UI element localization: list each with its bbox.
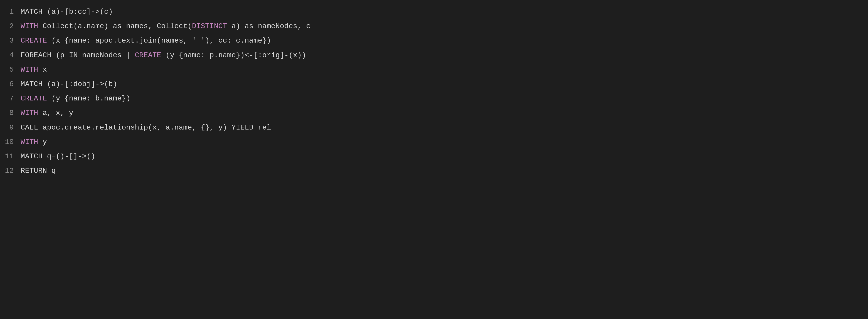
code-line: 1MATCH (a)-[b:cc]->(c)	[2, 5, 866, 19]
line-content: CREATE (x {name: apoc.text.join(names, '…	[21, 35, 271, 47]
line-number: 10	[2, 136, 21, 148]
code-token: CALL apoc.create.relationship(x, a.name,…	[21, 123, 271, 132]
code-line: 6MATCH (a)-[:dobj]->(b)	[2, 77, 866, 91]
code-line: 3CREATE (x {name: apoc.text.join(names, …	[2, 33, 866, 48]
code-token: WITH	[21, 65, 38, 74]
code-token: WITH	[21, 22, 38, 30]
line-number: 9	[2, 122, 21, 134]
code-token: as	[245, 22, 253, 30]
line-content: CALL apoc.create.relationship(x, a.name,…	[21, 122, 271, 134]
line-number: 6	[2, 78, 21, 90]
code-token: (a)-[:dobj]->(b)	[42, 80, 117, 88]
code-token: Collect(a.name)	[38, 22, 113, 30]
code-token: MATCH (a)-[b:cc]->(c)	[21, 7, 113, 16]
code-token: FOREACH	[21, 51, 51, 59]
line-content: WITH y	[21, 136, 47, 148]
line-number: 7	[2, 93, 21, 104]
code-line: 11MATCH q=()-[]->()	[2, 149, 866, 164]
code-token: (y {name: p.name})<-[:orig]-(x))	[161, 51, 306, 59]
code-token: RETURN q	[21, 167, 56, 175]
code-token: WITH	[21, 109, 38, 117]
code-line: 4FOREACH (p IN nameNodes | CREATE (y {na…	[2, 48, 866, 62]
code-line: 9CALL apoc.create.relationship(x, a.name…	[2, 120, 866, 135]
code-block: 1MATCH (a)-[b:cc]->(c)2WITH Collect(a.na…	[2, 5, 866, 178]
code-token: WITH	[21, 138, 38, 146]
code-line: 7CREATE (y {name: b.name})	[2, 91, 866, 106]
line-content: WITH Collect(a.name) as names, Collect(D…	[21, 20, 310, 32]
line-content: MATCH q=()-[]->()	[21, 151, 95, 162]
line-number: 3	[2, 35, 21, 47]
line-number: 1	[2, 6, 21, 18]
line-number: 4	[2, 50, 21, 61]
code-line: 8WITH a, x, y	[2, 106, 866, 120]
code-token: a)	[227, 22, 245, 30]
line-number: 12	[2, 165, 21, 177]
code-token: MATCH q=()-[]->()	[21, 152, 95, 161]
code-token: (y {name: b.name})	[47, 94, 130, 103]
code-token: (p IN nameNodes |	[51, 51, 135, 59]
code-line: 10WITH y	[2, 135, 866, 149]
line-content: MATCH (a)-[:dobj]->(b)	[21, 78, 117, 90]
code-token: names, Collect(	[122, 22, 192, 30]
code-line: 2WITH Collect(a.name) as names, Collect(…	[2, 19, 866, 33]
line-number: 11	[2, 151, 21, 162]
code-token: CREATE	[21, 36, 47, 45]
line-content: RETURN q	[21, 165, 56, 177]
line-content: MATCH (a)-[b:cc]->(c)	[21, 6, 113, 18]
line-content: WITH x	[21, 64, 47, 76]
line-content: CREATE (y {name: b.name})	[21, 93, 130, 104]
code-line: 12RETURN q	[2, 164, 866, 178]
code-token: nameNodes, c	[253, 22, 311, 30]
code-line: 5WITH x	[2, 62, 866, 77]
code-token: a, x, y	[38, 109, 73, 117]
line-number: 5	[2, 64, 21, 76]
code-token: as	[113, 22, 122, 30]
line-content: FOREACH (p IN nameNodes | CREATE (y {nam…	[21, 50, 306, 61]
code-token: CREATE	[135, 51, 161, 59]
code-token: DISTINCT	[192, 22, 227, 30]
code-token: y	[38, 138, 47, 146]
line-number: 8	[2, 107, 21, 119]
line-number: 2	[2, 20, 21, 32]
code-token: (x {name: apoc.text.join(names, ' '), cc…	[47, 36, 271, 45]
code-token: CREATE	[21, 94, 47, 103]
line-content: WITH a, x, y	[21, 107, 73, 119]
code-token: x	[38, 65, 47, 74]
code-token: MATCH	[21, 80, 42, 88]
